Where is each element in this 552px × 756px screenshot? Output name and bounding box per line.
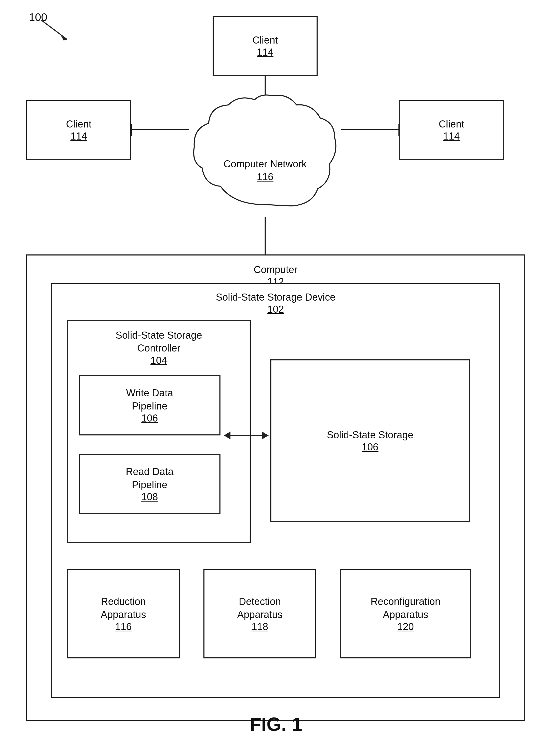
detection-apparatus-ref: 118 <box>252 621 268 632</box>
solid-state-storage-label: Solid-State Storage <box>327 429 413 441</box>
computer-label: Computer <box>254 263 298 276</box>
read-pipeline-box: Read DataPipeline 108 <box>79 454 221 514</box>
sss-controller-ref: 104 <box>150 355 167 366</box>
reduction-apparatus-label: ReductionApparatus <box>101 595 146 621</box>
connector-right-notch <box>398 124 400 136</box>
connector-left-client-to-network <box>131 129 189 130</box>
reduction-apparatus-ref: 116 <box>115 621 132 632</box>
client-left-box: Client 114 <box>26 100 131 160</box>
ssd-device-ref: 102 <box>267 304 284 315</box>
network-label: Computer Network <box>224 158 307 171</box>
reconfiguration-apparatus-ref: 120 <box>397 621 414 632</box>
svg-marker-3 <box>224 431 231 439</box>
cloud-shape-icon <box>189 92 341 218</box>
sss-controller-label: Solid-State StorageController <box>116 329 202 355</box>
arrow-100-icon <box>41 20 72 43</box>
write-pipeline-label: Write DataPipeline <box>126 387 173 413</box>
network-ref: 116 <box>224 171 307 183</box>
solid-state-storage-ref: 106 <box>362 441 378 453</box>
detection-apparatus-box: DetectionApparatus 118 <box>203 569 316 658</box>
reconfiguration-apparatus-box: ReconfigurationApparatus 120 <box>340 569 471 658</box>
write-pipeline-ref: 106 <box>141 413 158 424</box>
reduction-apparatus-box: ReductionApparatus 116 <box>67 569 180 658</box>
connector-right-client-to-network <box>341 129 399 130</box>
svg-line-0 <box>41 20 67 39</box>
figure-label: FIG. 1 <box>0 714 552 735</box>
connector-left-notch <box>131 124 132 136</box>
client-right-box: Client 114 <box>399 100 504 160</box>
diagram: 100 Client 114 Client 114 Client 114 Com… <box>0 0 552 756</box>
solid-state-storage-box: Solid-State Storage 106 <box>270 359 470 522</box>
client-top-box: Client 114 <box>213 16 318 76</box>
double-arrow-icon <box>221 425 271 446</box>
write-pipeline-box: Write DataPipeline 106 <box>79 375 221 435</box>
connector-network-to-computer <box>265 217 266 255</box>
read-pipeline-label: Read DataPipeline <box>126 465 173 491</box>
computer-network-cloud: Computer Network 116 <box>189 92 341 218</box>
ssd-device-label: Solid-State Storage Device <box>216 291 335 304</box>
svg-marker-4 <box>262 431 269 439</box>
read-pipeline-ref: 108 <box>141 491 158 503</box>
detection-apparatus-label: DetectionApparatus <box>237 595 282 621</box>
reconfiguration-apparatus-label: ReconfigurationApparatus <box>371 595 440 621</box>
